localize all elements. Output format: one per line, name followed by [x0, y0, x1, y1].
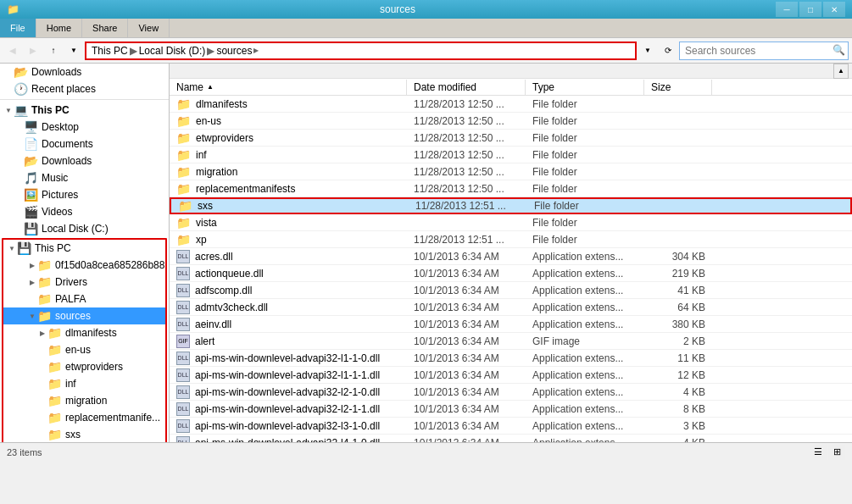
- sidebar-label: migration: [65, 395, 107, 407]
- col-header-size[interactable]: Size: [644, 80, 712, 95]
- sidebar-item-localc[interactable]: 💾 Local Disk (C:): [0, 220, 169, 237]
- file-name-cell: DLL admtv3check.dll: [170, 301, 407, 314]
- sidebar-item-inf[interactable]: 📁 inf: [3, 375, 165, 392]
- sidebar-item-sources[interactable]: ▼ 📁 sources: [3, 307, 165, 324]
- sidebar-item-documents[interactable]: 📄 Documents: [0, 136, 169, 152]
- sidebar-item-downloads[interactable]: 📂 Downloads: [0, 152, 169, 169]
- sidebar-item-palfa[interactable]: 📁 PALFA: [3, 291, 165, 307]
- pictures-icon: 🖼️: [24, 188, 38, 202]
- main-content: 📂 Downloads 🕐 Recent places ▼ 💻 This PC …: [0, 64, 852, 442]
- search-input[interactable]: [679, 42, 849, 60]
- path-sep-1: ▶: [130, 45, 137, 57]
- sidebar: 📂 Downloads 🕐 Recent places ▼ 💻 This PC …: [0, 64, 170, 442]
- col-header-date[interactable]: Date modified: [407, 80, 526, 95]
- sidebar-item-drivers[interactable]: ▶ 📁 Drivers: [3, 274, 165, 291]
- table-row[interactable]: DLL admtv3check.dll 10/1/2013 6:34 AM Ap…: [170, 299, 852, 316]
- disk-icon: 💾: [24, 222, 38, 235]
- file-name-cell: 📁 migration: [170, 165, 407, 179]
- forward-button[interactable]: ▶: [24, 42, 42, 60]
- col-header-type[interactable]: Type: [526, 80, 644, 95]
- sidebar-item-locald[interactable]: ▼ 💾 This PC: [3, 240, 165, 257]
- table-row[interactable]: 📁 etwproviders 11/28/2013 12:50 ... File…: [170, 130, 852, 147]
- view-grid-button[interactable]: ⊞: [828, 445, 845, 460]
- close-button[interactable]: ✕: [823, 2, 845, 17]
- expand-icon[interactable]: ▼: [3, 105, 14, 115]
- expand-icon[interactable]: ▶: [27, 260, 37, 270]
- file-size-cell: 3 KB: [644, 420, 712, 432]
- minimize-button[interactable]: ─: [776, 2, 798, 17]
- table-row[interactable]: 📁 vista File folder: [170, 214, 852, 231]
- docs-icon: 📄: [24, 137, 38, 151]
- sidebar-item-desktop[interactable]: 🖥️ Desktop: [0, 119, 169, 136]
- up-button[interactable]: ↑: [44, 42, 63, 60]
- refresh-button[interactable]: ⟳: [659, 42, 677, 60]
- file-date-cell: 10/1/2013 6:34 AM: [407, 403, 526, 415]
- file-date-cell: 10/1/2013 6:34 AM: [407, 318, 526, 330]
- table-row[interactable]: 📁 xp 11/28/2013 12:51 ... File folder: [170, 231, 852, 248]
- sidebar-item-dlmanifests[interactable]: ▶ 📁 dlmanifests: [3, 324, 165, 341]
- table-row[interactable]: DLL api-ms-win-downlevel-advapi32-l3-1-0…: [170, 418, 852, 435]
- table-row[interactable]: 📁 dlmanifests 11/28/2013 12:50 ... File …: [170, 96, 852, 113]
- sidebar-item-replacementmanifests[interactable]: 📁 replacementmanife...: [3, 409, 165, 426]
- table-row[interactable]: 📁 migration 11/28/2013 12:50 ... File fo…: [170, 163, 852, 180]
- col-header-name[interactable]: Name ▲: [170, 80, 407, 95]
- dropdown-button[interactable]: ▼: [638, 42, 657, 60]
- sidebar-label: Downloads: [31, 66, 81, 78]
- maximize-button[interactable]: □: [799, 2, 821, 17]
- table-row[interactable]: DLL api-ms-win-downlevel-advapi32-l4-1-0…: [170, 435, 852, 442]
- dll-icon: DLL: [176, 284, 190, 297]
- table-row[interactable]: DLL actionqueue.dll 10/1/2013 6:34 AM Ap…: [170, 265, 852, 282]
- sidebar-item-music[interactable]: 🎵 Music: [0, 169, 169, 186]
- table-row[interactable]: DLL aeinv.dll 10/1/2013 6:34 AM Applicat…: [170, 316, 852, 333]
- sidebar-item-downloads-quick[interactable]: 📂 Downloads: [0, 64, 169, 80]
- path-dropdown-arrow[interactable]: ▶: [253, 47, 259, 54]
- file-type-cell: File folder: [526, 115, 644, 127]
- sidebar-label: replacementmanife...: [65, 412, 160, 424]
- tab-view[interactable]: View: [128, 19, 170, 37]
- sidebar-item-sxs[interactable]: 📁 sxs: [3, 426, 165, 442]
- expand-icon[interactable]: ▶: [27, 277, 37, 287]
- tab-home[interactable]: Home: [36, 19, 82, 37]
- table-row[interactable]: 📁 replacementmanifests 11/28/2013 12:50 …: [170, 180, 852, 197]
- sidebar-label: Videos: [42, 206, 72, 218]
- search-wrapper: 🔍: [679, 42, 849, 60]
- back-button[interactable]: ◀: [3, 42, 22, 60]
- expand-icon[interactable]: ▼: [7, 243, 17, 253]
- sidebar-item-thispc[interactable]: ▼ 💻 This PC: [0, 102, 169, 119]
- sidebar-item-pictures[interactable]: 🖼️ Pictures: [0, 186, 169, 203]
- title-bar: 📁 sources ─ □ ✕: [0, 0, 852, 19]
- table-row[interactable]: DLL adfscomp.dll 10/1/2013 6:34 AM Appli…: [170, 282, 852, 299]
- dll-icon: DLL: [176, 250, 190, 263]
- tab-file[interactable]: File: [0, 19, 36, 37]
- file-size-cell: 8 KB: [644, 403, 712, 415]
- address-path[interactable]: This PC ▶ Local Disk (D:) ▶ sources ▶: [85, 42, 637, 60]
- file-type-cell: File folder: [526, 166, 644, 178]
- scroll-up-button[interactable]: ▲: [833, 64, 849, 79]
- expand-icon[interactable]: ▶: [37, 328, 47, 338]
- file-name-cell: DLL adfscomp.dll: [170, 284, 407, 297]
- sidebar-item-etwproviders[interactable]: 📁 etwproviders: [3, 358, 165, 375]
- ribbon: File Home Share View: [0, 19, 852, 38]
- table-row[interactable]: DLL acres.dll 10/1/2013 6:34 AM Applicat…: [170, 248, 852, 265]
- downloads-icon: 📂: [14, 65, 28, 79]
- table-row[interactable]: DLL api-ms-win-downlevel-advapi32-l1-1-0…: [170, 350, 852, 367]
- file-name-text: api-ms-win-downlevel-advapi32-l4-1-0.dll: [195, 437, 380, 443]
- table-row[interactable]: DLL api-ms-win-downlevel-advapi32-l2-1-1…: [170, 401, 852, 418]
- sidebar-item-0f15[interactable]: ▶ 📁 0f15d0a8cea685286b88d: [3, 257, 165, 274]
- table-row[interactable]: 📁 sxs 11/28/2013 12:51 ... File folder: [170, 197, 852, 214]
- sidebar-item-videos[interactable]: 🎬 Videos: [0, 203, 169, 220]
- table-row[interactable]: GIF alert 10/1/2013 6:34 AM GIF image 2 …: [170, 333, 852, 350]
- sidebar-item-migration[interactable]: 📁 migration: [3, 392, 165, 409]
- table-row[interactable]: DLL api-ms-win-downlevel-advapi32-l1-1-1…: [170, 367, 852, 384]
- table-row[interactable]: 📁 en-us 11/28/2013 12:50 ... File folder: [170, 113, 852, 130]
- sidebar-item-en-us[interactable]: 📁 en-us: [3, 341, 165, 358]
- table-row[interactable]: DLL api-ms-win-downlevel-advapi32-l2-1-0…: [170, 384, 852, 401]
- address-bar: ◀ ▶ ↑ ▼ This PC ▶ Local Disk (D:) ▶ sour…: [0, 38, 852, 64]
- sidebar-item-recent[interactable]: 🕐 Recent places: [0, 80, 169, 97]
- tab-share[interactable]: Share: [82, 19, 128, 37]
- view-list-button[interactable]: ☰: [810, 445, 827, 460]
- recent-locations-button[interactable]: ▼: [64, 42, 83, 60]
- expand-icon[interactable]: ▼: [27, 311, 37, 321]
- expand-icon: [37, 396, 47, 406]
- table-row[interactable]: 📁 inf 11/28/2013 12:50 ... File folder: [170, 147, 852, 163]
